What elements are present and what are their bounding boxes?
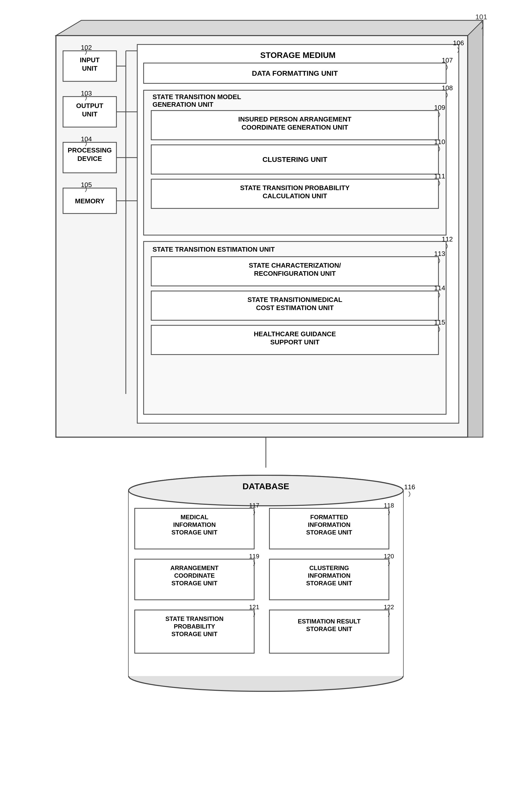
svg-text:GENERATION UNIT: GENERATION UNIT <box>152 101 213 108</box>
svg-text:STORAGE UNIT: STORAGE UNIT <box>172 580 217 587</box>
svg-text:COORDINATE: COORDINATE <box>174 572 215 579</box>
svg-text:101: 101 <box>475 13 487 21</box>
svg-text:STATE TRANSITION ESTIMATION UN: STATE TRANSITION ESTIMATION UNIT <box>152 245 275 253</box>
svg-rect-49 <box>144 241 446 414</box>
svg-rect-69 <box>129 490 403 676</box>
svg-text:116: 116 <box>404 483 415 491</box>
svg-text:DATABASE: DATABASE <box>242 481 289 491</box>
svg-text:COORDINATE GENERATION UNIT: COORDINATE GENERATION UNIT <box>241 124 348 131</box>
svg-text:STORAGE UNIT: STORAGE UNIT <box>172 631 217 637</box>
svg-text:MEDICAL: MEDICAL <box>180 514 208 520</box>
svg-rect-4 <box>63 51 116 81</box>
svg-text:RECONFIGURATION UNIT: RECONFIGURATION UNIT <box>254 270 336 277</box>
svg-rect-83 <box>135 559 254 600</box>
svg-text:DEVICE: DEVICE <box>78 155 102 162</box>
svg-text:CALCULATION UNIT: CALCULATION UNIT <box>262 192 327 200</box>
svg-rect-28 <box>137 45 459 423</box>
svg-rect-9 <box>63 97 116 127</box>
svg-rect-38 <box>151 111 438 140</box>
svg-text:103: 103 <box>81 90 92 97</box>
svg-text:OUTPUT: OUTPUT <box>76 102 103 110</box>
svg-text:STORAGE UNIT: STORAGE UNIT <box>172 529 217 536</box>
svg-rect-52 <box>151 257 438 286</box>
svg-text:113: 113 <box>434 250 445 257</box>
svg-text:PROBABILITY: PROBABILITY <box>174 623 215 630</box>
svg-text:STATE CHARACTERIZATION/: STATE CHARACTERIZATION/ <box>249 261 341 269</box>
svg-text:117: 117 <box>249 502 259 509</box>
svg-text:ARRANGEMENT: ARRANGEMENT <box>170 565 219 571</box>
svg-text:115: 115 <box>434 319 445 326</box>
svg-text:SUPPORT UNIT: SUPPORT UNIT <box>270 338 320 346</box>
svg-rect-60 <box>151 325 438 355</box>
svg-text:107: 107 <box>442 56 453 64</box>
svg-text:STORAGE UNIT: STORAGE UNIT <box>306 529 352 536</box>
svg-text:STATE TRANSITION PROBABILITY: STATE TRANSITION PROBABILITY <box>240 184 350 192</box>
svg-text:105: 105 <box>81 181 92 189</box>
svg-text:120: 120 <box>384 553 394 560</box>
svg-text:104: 104 <box>81 135 92 143</box>
svg-text:STORAGE UNIT: STORAGE UNIT <box>306 626 352 632</box>
svg-text:INPUT: INPUT <box>80 56 100 64</box>
svg-text:122: 122 <box>384 604 394 611</box>
svg-rect-73 <box>135 508 254 549</box>
svg-rect-42 <box>151 145 438 174</box>
svg-text:FORMATTED: FORMATTED <box>310 514 348 520</box>
svg-text:HEALTHCARE GUIDANCE: HEALTHCARE GUIDANCE <box>254 330 336 338</box>
svg-text:102: 102 <box>81 44 92 51</box>
svg-marker-0 <box>56 20 483 36</box>
svg-rect-93 <box>135 610 254 653</box>
svg-text:108: 108 <box>442 84 453 92</box>
svg-rect-19 <box>63 188 116 213</box>
svg-rect-2 <box>56 36 468 437</box>
svg-rect-14 <box>63 142 116 173</box>
svg-text:MEMORY: MEMORY <box>75 197 104 205</box>
svg-rect-31 <box>144 63 446 83</box>
svg-point-68 <box>129 661 403 691</box>
svg-text:118: 118 <box>384 502 394 509</box>
svg-text:109: 109 <box>434 104 445 111</box>
svg-rect-98 <box>270 610 389 653</box>
svg-text:114: 114 <box>434 284 445 292</box>
svg-text:STATE TRANSITION/MEDICAL: STATE TRANSITION/MEDICAL <box>247 296 342 304</box>
svg-rect-56 <box>151 291 438 320</box>
svg-text:UNIT: UNIT <box>82 110 98 118</box>
svg-point-70 <box>129 475 403 506</box>
svg-point-65 <box>129 475 403 506</box>
svg-text:INSURED PERSON ARRANGEMENT: INSURED PERSON ARRANGEMENT <box>238 115 352 123</box>
svg-text:STORAGE UNIT: STORAGE UNIT <box>306 580 352 587</box>
svg-text:111: 111 <box>434 172 445 180</box>
svg-text:110: 110 <box>434 138 445 146</box>
svg-text:119: 119 <box>249 553 259 560</box>
svg-text:112: 112 <box>442 236 453 243</box>
svg-marker-1 <box>468 20 483 437</box>
svg-text:STORAGE MEDIUM: STORAGE MEDIUM <box>260 51 336 60</box>
svg-text:CLUSTERING: CLUSTERING <box>309 565 349 571</box>
svg-text:STATE TRANSITION: STATE TRANSITION <box>165 615 223 622</box>
svg-text:DATA FORMATTING UNIT: DATA FORMATTING UNIT <box>252 69 338 77</box>
svg-rect-34 <box>144 90 446 235</box>
svg-text:106: 106 <box>453 39 464 47</box>
svg-text:INFORMATION: INFORMATION <box>308 521 351 528</box>
svg-text:121: 121 <box>249 604 259 611</box>
svg-text:INFORMATION: INFORMATION <box>308 572 351 579</box>
svg-rect-45 <box>151 179 438 208</box>
svg-text:UNIT: UNIT <box>82 65 98 72</box>
svg-text:ESTIMATION RESULT: ESTIMATION RESULT <box>297 618 360 625</box>
svg-text:COST ESTIMATION UNIT: COST ESTIMATION UNIT <box>256 304 334 312</box>
svg-rect-78 <box>270 508 389 549</box>
svg-text:CLUSTERING UNIT: CLUSTERING UNIT <box>262 156 327 163</box>
svg-text:STATE TRANSITION MODEL: STATE TRANSITION MODEL <box>152 93 241 101</box>
svg-rect-88 <box>270 559 389 600</box>
svg-text:INFORMATION: INFORMATION <box>173 521 216 528</box>
svg-text:PROCESSING: PROCESSING <box>68 146 112 154</box>
